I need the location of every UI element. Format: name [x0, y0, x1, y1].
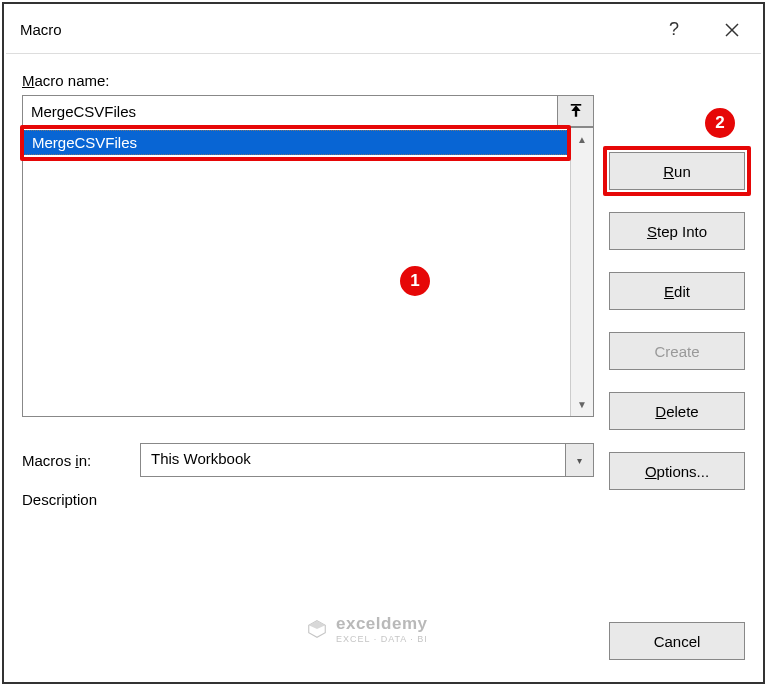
options-button[interactable]: Options... [609, 452, 745, 490]
chevron-down-icon: ▾ [566, 443, 594, 477]
macro-list[interactable]: MergeCSVFiles ▲ ▼ [22, 127, 594, 417]
cancel-button[interactable]: Cancel [609, 622, 745, 660]
exceldemy-logo-icon [306, 618, 328, 640]
macro-name-label: Macro name: [22, 72, 594, 89]
create-button: Create [609, 332, 745, 370]
help-button[interactable]: ? [645, 6, 703, 54]
annotation-badge-1: 1 [398, 264, 432, 298]
close-icon [724, 22, 740, 38]
macros-in-select[interactable]: This Workbook ▾ [140, 443, 594, 477]
run-button[interactable]: Run [609, 152, 745, 190]
annotation-badge-2: 2 [703, 106, 737, 140]
svg-marker-4 [309, 621, 326, 629]
dialog-title: Macro [20, 21, 645, 38]
list-item[interactable]: MergeCSVFiles [23, 130, 570, 155]
arrow-up-icon [569, 104, 583, 118]
macro-dialog: Macro ? Macro name: MergeCSVFiles [6, 6, 761, 680]
scroll-down-icon: ▼ [577, 399, 587, 410]
dialog-body: Macro name: MergeCSVFiles ▲ ▼ 1 [6, 54, 761, 680]
macros-in-label: Macros in: [22, 452, 140, 469]
delete-button[interactable]: Delete [609, 392, 745, 430]
scrollbar[interactable]: ▲ ▼ [571, 128, 593, 416]
macro-name-input[interactable] [22, 95, 558, 127]
go-to-macro-button[interactable] [558, 95, 594, 127]
svg-rect-2 [570, 104, 581, 106]
edit-button[interactable]: Edit [609, 272, 745, 310]
titlebar: Macro ? [6, 6, 761, 54]
scroll-up-icon: ▲ [577, 134, 587, 145]
watermark: exceldemy EXCEL · DATA · BI [306, 614, 428, 644]
action-buttons: Run Step Into Edit Create Delete Options… [609, 152, 745, 490]
close-button[interactable] [703, 6, 761, 54]
step-into-button[interactable]: Step Into [609, 212, 745, 250]
macros-in-value: This Workbook [140, 443, 566, 477]
description-label: Description [22, 491, 140, 508]
